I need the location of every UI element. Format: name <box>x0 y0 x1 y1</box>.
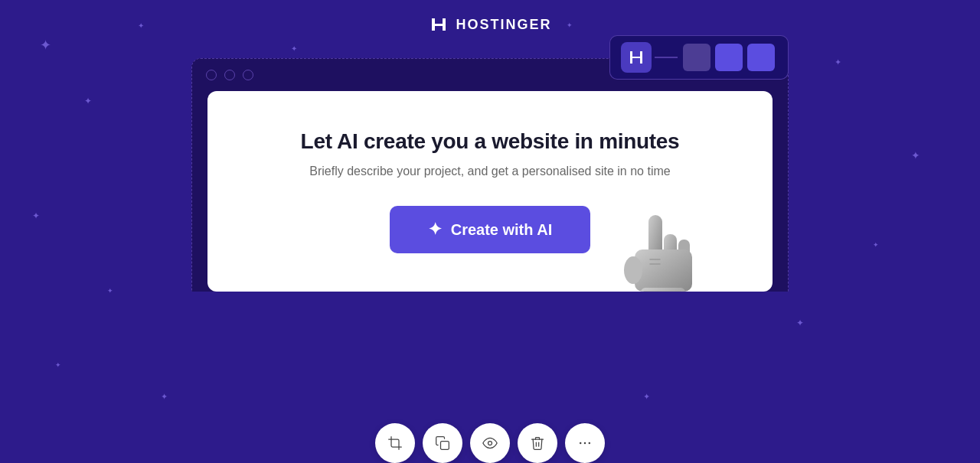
progress-icon-active <box>621 42 652 73</box>
traffic-light-2 <box>224 70 235 80</box>
traffic-light-1 <box>206 70 217 80</box>
logo: HOSTINGER <box>428 14 551 35</box>
hand-cursor <box>612 207 711 292</box>
copy-button[interactable] <box>423 423 462 463</box>
logo-icon <box>428 14 449 35</box>
svg-rect-11 <box>441 442 449 450</box>
deco-star: ✦ <box>796 318 804 328</box>
card-title: Let AI create you a website in minutes <box>238 129 742 154</box>
svg-rect-4 <box>635 249 692 292</box>
browser-mockup: Let AI create you a website in minutes B… <box>191 58 789 292</box>
hand-svg <box>612 207 711 292</box>
step-icon <box>627 48 645 67</box>
deco-star: ✦ <box>835 57 841 67</box>
svg-point-15 <box>589 442 591 445</box>
svg-point-12 <box>488 442 492 445</box>
card-subtitle: Briefly describe your project, and get a… <box>238 165 742 178</box>
deco-star: ✦ <box>291 44 297 53</box>
crop-button[interactable] <box>375 423 415 463</box>
eye-icon <box>482 435 498 451</box>
sparkle-icon: ✦ <box>428 220 442 240</box>
create-with-ai-button[interactable]: ✦ Create with AI <box>390 206 591 253</box>
trash-icon <box>530 435 545 451</box>
svg-point-5 <box>624 256 642 284</box>
crop-icon <box>387 435 403 451</box>
copy-icon <box>435 435 450 451</box>
deco-star: ✦ <box>32 210 40 221</box>
bottom-toolbar <box>375 423 605 463</box>
deco-star: ✦ <box>873 241 879 249</box>
delete-button[interactable] <box>518 423 557 463</box>
svg-point-14 <box>584 442 586 445</box>
deco-star: ✦ <box>55 361 61 369</box>
deco-star: ✦ <box>911 149 920 161</box>
deco-star: ✦ <box>161 392 168 402</box>
browser-window: Let AI create you a website in minutes B… <box>191 58 789 292</box>
deco-star: ✦ <box>643 392 650 402</box>
logo-text: HOSTINGER <box>456 17 551 33</box>
deco-star: ✦ <box>107 287 113 295</box>
header: HOSTINGER <box>428 14 551 35</box>
traffic-light-3 <box>243 70 253 80</box>
svg-rect-8 <box>641 288 685 292</box>
progress-step-2 <box>715 44 743 71</box>
svg-point-13 <box>580 442 582 445</box>
more-button[interactable] <box>565 423 605 463</box>
deco-star: ✦ <box>40 37 51 54</box>
preview-button[interactable] <box>470 423 510 463</box>
create-btn-label: Create with AI <box>451 221 553 239</box>
progress-step-1 <box>683 44 710 71</box>
content-card: Let AI create you a website in minutes B… <box>207 91 773 292</box>
deco-star: ✦ <box>138 21 144 30</box>
progress-line <box>655 57 678 58</box>
progress-step-3 <box>747 44 775 71</box>
progress-bar <box>609 35 789 80</box>
more-icon <box>577 435 593 451</box>
deco-star: ✦ <box>567 21 573 29</box>
deco-star: ✦ <box>84 96 92 106</box>
